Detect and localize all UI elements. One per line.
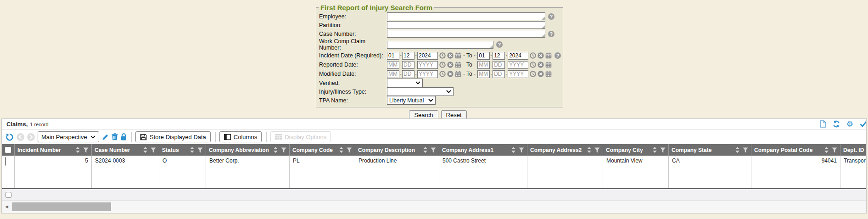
help-icon[interactable]: ? [548,31,554,37]
work-comp-claim-input[interactable] [387,41,493,49]
tpa-name-select[interactable]: Liberty Mutual [387,96,436,105]
date-month-input[interactable] [477,52,490,60]
filter-funnel-icon[interactable] [431,147,436,153]
undo-icon[interactable] [6,133,14,141]
sort-icon[interactable] [653,147,657,153]
column-header-company-address1[interactable]: Company Address1 [439,144,527,156]
date-day-input[interactable] [402,70,414,78]
column-header-dept-id[interactable]: Dept. ID [840,144,866,156]
sort-icon[interactable] [143,147,147,153]
filter-funnel-icon[interactable] [83,147,89,153]
column-header-company-description[interactable]: Company Description [355,144,439,156]
date-year-input[interactable] [417,61,438,69]
column-header-company-city[interactable]: Company City [603,144,669,156]
sort-icon[interactable] [274,147,278,153]
date-year-input[interactable] [417,52,438,60]
sort-icon[interactable] [339,147,343,153]
date-day-input[interactable] [402,52,414,60]
scroll-left-arrow-icon[interactable]: ◀ [5,205,8,209]
date-year-input[interactable] [508,52,528,60]
date-month-input[interactable] [387,61,399,69]
cell-case-number: S2024-0003 [92,156,159,188]
employee-input[interactable] [387,12,545,20]
sort-icon[interactable] [587,147,591,153]
date-year-input[interactable] [508,70,528,78]
row-checkbox[interactable] [6,192,11,198]
filter-funnel-icon[interactable] [594,147,600,153]
date-month-input[interactable] [477,61,490,69]
filter-funnel-icon[interactable] [743,147,748,153]
column-header-company-state[interactable]: Company State [669,144,751,156]
columns-button[interactable]: Columns [219,131,262,142]
filter-funnel-icon[interactable] [197,147,203,153]
clock-icon[interactable] [439,52,446,59]
display-options-button: Display Options [270,131,331,142]
injury-type-select[interactable] [387,87,454,96]
clock-icon[interactable] [439,71,446,77]
clear-date-icon[interactable] [447,52,454,59]
filter-funnel-icon[interactable] [519,147,524,153]
help-icon[interactable]: ? [496,41,503,48]
select-all-checkbox[interactable] [5,147,11,153]
edit-perspective-icon[interactable] [102,134,109,140]
horizontal-scrollbar[interactable]: ◀ [2,201,866,213]
perspective-select[interactable]: Main Perspective [38,131,99,142]
filter-funnel-icon[interactable] [347,147,352,153]
calendar-icon[interactable] [455,52,461,59]
filter-funnel-icon[interactable] [151,147,156,153]
clear-date-icon[interactable] [447,71,454,77]
refresh-icon[interactable] [833,120,840,128]
help-icon[interactable]: ? [548,13,554,20]
sort-icon[interactable] [76,147,80,153]
column-header-status[interactable]: Status [159,144,206,156]
date-year-input[interactable] [508,61,528,69]
gear-icon[interactable]: ⚙ [846,121,853,128]
lock-icon[interactable] [121,133,127,140]
date-day-input[interactable] [493,70,505,78]
delete-perspective-icon[interactable] [112,133,118,140]
case-number-input[interactable] [387,30,545,38]
column-header-company-abbreviation[interactable]: Company Abbreviation [206,144,290,156]
sort-icon[interactable] [190,147,194,153]
new-document-icon[interactable] [820,120,826,128]
sort-icon[interactable] [824,147,829,153]
store-displayed-data-button[interactable]: Store Displayed Data [135,131,211,142]
date-day-input[interactable] [493,61,505,69]
calendar-icon[interactable] [455,71,461,77]
clear-date-icon[interactable] [538,62,544,68]
help-icon[interactable]: ? [554,52,561,59]
date-day-input[interactable] [402,61,414,69]
clear-date-icon[interactable] [538,71,544,77]
date-year-input[interactable] [417,70,438,78]
clock-icon[interactable] [530,71,536,77]
sort-icon[interactable] [735,147,739,153]
calendar-icon[interactable] [545,52,552,59]
row-checkbox[interactable] [5,157,6,166]
calendar-icon[interactable] [545,71,552,77]
clock-icon[interactable] [530,52,536,59]
clear-date-icon[interactable] [447,62,454,68]
clock-icon[interactable] [530,62,536,68]
verified-select[interactable] [387,79,423,87]
sort-icon[interactable] [511,147,515,153]
date-month-input[interactable] [387,70,399,78]
calendar-icon[interactable] [455,62,461,68]
filter-funnel-icon[interactable] [832,147,837,153]
date-month-input[interactable] [477,70,490,78]
clock-icon[interactable] [439,62,446,68]
scrollbar-thumb[interactable] [12,202,111,211]
filter-funnel-icon[interactable] [660,147,666,153]
column-header-company-postal-code[interactable]: Company Postal Code [751,144,840,156]
date-day-input[interactable] [493,52,505,60]
date-month-input[interactable] [387,52,399,60]
column-header-case-number[interactable]: Case Number [92,144,159,156]
partition-input[interactable] [387,21,545,29]
column-header-incident-number[interactable]: Incident Number [15,144,92,156]
check-icon[interactable] [860,121,866,127]
calendar-icon[interactable] [545,62,552,68]
filter-funnel-icon[interactable] [281,147,286,153]
column-header-company-address2[interactable]: Company Address2 [527,144,603,156]
clear-date-icon[interactable] [538,52,544,59]
column-header-company-code[interactable]: Company Code [290,144,355,156]
sort-icon[interactable] [423,147,427,153]
